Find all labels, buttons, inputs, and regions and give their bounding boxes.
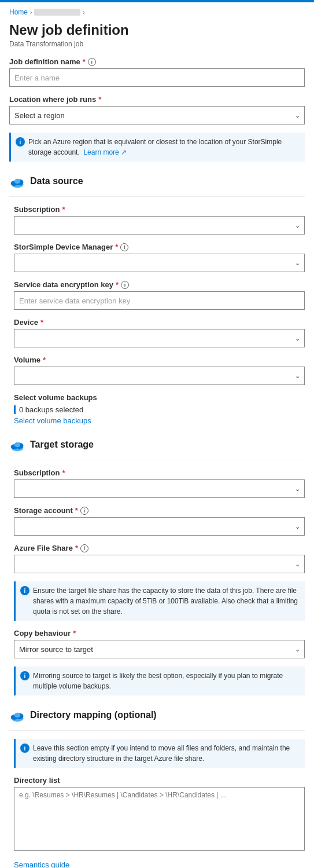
encryption-key-group: Service data encryption key * i <box>14 280 305 310</box>
storsimple-manager-label: StorSimple Device Manager * i <box>14 243 305 251</box>
svg-point-3 <box>14 179 21 184</box>
location-info-text: Pick an Azure region that is equivalent … <box>28 137 300 158</box>
job-name-info-icon[interactable]: i <box>88 58 96 66</box>
job-definition-name-input[interactable] <box>9 68 305 87</box>
file-share-info-circle: i <box>20 586 29 595</box>
storsimple-manager-info-icon[interactable]: i <box>120 243 128 251</box>
directory-mapping-info-box: i Leave this section empty if you intend… <box>14 739 305 768</box>
copy-behaviour-select[interactable]: Mirror source to target Copy source to t… <box>14 640 305 658</box>
target-storage-body: Subscription * ⌄ Storage account * i <box>9 468 305 695</box>
backups-count: 0 backups selected <box>14 405 305 414</box>
directory-mapping-body: i Leave this section empty if you intend… <box>9 739 305 868</box>
svg-point-7 <box>14 442 21 448</box>
directory-list-label: Directory list <box>14 776 305 785</box>
ds-subscription-select-wrapper: ⌄ <box>14 216 305 235</box>
storage-account-select-wrapper: ⌄ <box>14 517 305 536</box>
storsimple-manager-select[interactable] <box>14 254 305 272</box>
job-definition-name-label: Job definition name * i <box>9 57 305 66</box>
storsimple-manager-group: StorSimple Device Manager * i ⌄ <box>14 243 305 272</box>
ts-subscription-label: Subscription * <box>14 468 305 477</box>
directory-mapping-divider <box>9 730 305 731</box>
location-select-wrapper: Select a region ⌄ <box>9 106 305 124</box>
svg-point-11 <box>14 713 21 718</box>
volume-backups-section: Select volume backups 0 backups selected… <box>14 393 305 425</box>
required-marker: * <box>83 57 86 66</box>
target-storage-cloud-icon <box>9 437 25 453</box>
directory-mapping-header: Directory mapping (optional) <box>9 707 305 723</box>
ts-subscription-select[interactable] <box>14 479 305 498</box>
ts-subscription-select-wrapper: ⌄ <box>14 479 305 498</box>
storage-account-info-icon[interactable]: i <box>80 507 88 515</box>
storsimple-manager-select-wrapper: ⌄ <box>14 254 305 272</box>
directory-mapping-info-text: Leave this section empty if you intend t… <box>33 743 300 764</box>
ds-subscription-group: Subscription * ⌄ <box>14 205 305 235</box>
target-storage-title: Target storage <box>30 440 94 450</box>
select-volume-backups-link[interactable]: Select volume backups <box>14 416 305 425</box>
mirror-info-text: Mirroring source to target is likely the… <box>33 671 300 691</box>
location-info-box: i Pick an Azure region that is equivalen… <box>9 133 305 162</box>
breadcrumb-chevron1: › <box>30 9 32 16</box>
azure-file-share-label: Azure File Share * i <box>14 544 305 552</box>
volume-label: Volume * <box>14 356 305 364</box>
volume-backups-label: Select volume backups <box>14 393 305 402</box>
directory-list-group: Directory list <box>14 776 305 852</box>
copy-behaviour-label: Copy behaviour * <box>14 629 305 638</box>
mirror-info-circle: i <box>20 671 29 680</box>
device-group: Device * ⌄ <box>14 318 305 347</box>
location-select[interactable]: Select a region <box>9 106 305 124</box>
file-share-info-box: i Ensure the target file share has the c… <box>14 581 305 621</box>
file-share-info-text: Ensure the target file share has the cap… <box>33 585 300 617</box>
ds-subscription-label: Subscription * <box>14 205 305 214</box>
data-source-header: Data source <box>9 173 305 189</box>
directory-mapping-info-circle: i <box>20 744 29 753</box>
azure-file-share-select-wrapper: ⌄ <box>14 555 305 573</box>
device-select-wrapper: ⌄ <box>14 329 305 347</box>
ts-subscription-group: Subscription * ⌄ <box>14 468 305 498</box>
encryption-key-label: Service data encryption key * i <box>14 280 305 289</box>
encryption-key-input[interactable] <box>14 291 305 310</box>
directory-list-textarea[interactable] <box>14 787 305 851</box>
semantics-guide-link[interactable]: Semantics guide <box>14 860 305 868</box>
encryption-key-info-icon[interactable]: i <box>121 281 129 289</box>
device-select[interactable] <box>14 329 305 347</box>
target-storage-header: Target storage <box>9 437 305 453</box>
directory-mapping-cloud-icon <box>9 707 25 723</box>
breadcrumb-home[interactable]: Home <box>9 8 28 16</box>
volume-select[interactable] <box>14 367 305 385</box>
azure-file-share-info-icon[interactable]: i <box>80 544 88 552</box>
external-link-icon: ↗ <box>121 148 127 156</box>
target-storage-divider <box>9 460 305 460</box>
volume-group: Volume * ⌄ <box>14 356 305 385</box>
copy-behaviour-select-wrapper: Mirror source to target Copy source to t… <box>14 640 305 658</box>
page-title: New job definition <box>9 21 305 39</box>
breadcrumb: Home › › <box>9 8 305 16</box>
storage-account-group: Storage account * i ⌄ <box>14 506 305 536</box>
page-subtitle: Data Transformation job <box>9 40 305 48</box>
ds-subscription-select[interactable] <box>14 216 305 235</box>
directory-mapping-title: Directory mapping (optional) <box>30 710 157 720</box>
copy-behaviour-group: Copy behaviour * Mirror source to target… <box>14 629 305 658</box>
volume-select-wrapper: ⌄ <box>14 367 305 385</box>
storage-account-select[interactable] <box>14 517 305 536</box>
location-info-icon: i <box>16 137 25 147</box>
mirror-info-box: i Mirroring source to target is likely t… <box>14 666 305 695</box>
job-definition-name-group: Job definition name * i <box>9 57 305 87</box>
location-label: Location where job runs * <box>9 95 305 104</box>
location-group: Location where job runs * Select a regio… <box>9 95 305 124</box>
learn-more-link[interactable]: Learn more ↗ <box>83 148 127 156</box>
data-source-body: Subscription * ⌄ StorSimple Device Manag… <box>9 205 305 425</box>
storage-account-label: Storage account * i <box>14 506 305 515</box>
location-required: * <box>98 95 101 104</box>
breadcrumb-chevron2: › <box>83 9 84 16</box>
device-label: Device * <box>14 318 305 327</box>
breadcrumb-masked <box>34 9 80 16</box>
data-source-divider <box>9 196 305 197</box>
azure-file-share-group: Azure File Share * i ⌄ <box>14 544 305 573</box>
data-source-title: Data source <box>30 176 83 186</box>
data-source-cloud-icon <box>9 173 25 189</box>
azure-file-share-select[interactable] <box>14 555 305 573</box>
